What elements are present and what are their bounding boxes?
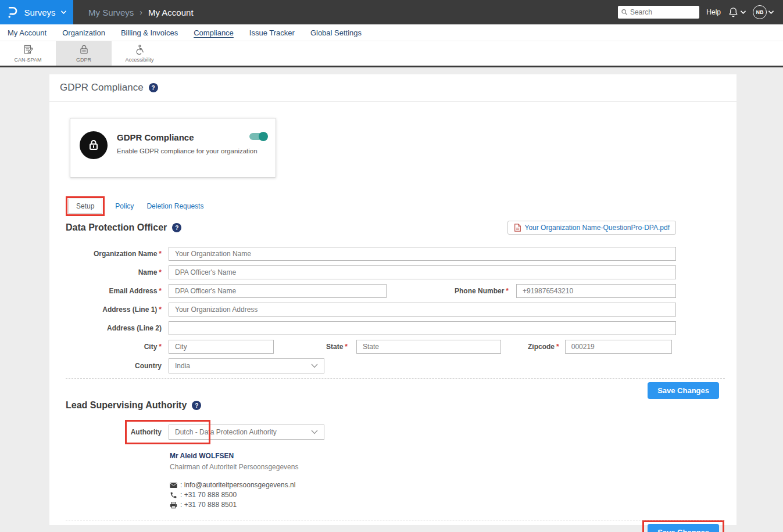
lsa-save-row: Save Changes xyxy=(66,524,725,532)
dpo-form: Organization Name* Name* Email Address* … xyxy=(66,247,676,373)
product-name: Surveys xyxy=(24,8,55,17)
product-switcher[interactable]: Surveys xyxy=(0,0,73,24)
zipcode-input[interactable] xyxy=(565,340,672,354)
dpo-heading-text: Data Protection Officer xyxy=(66,222,167,233)
phone-icon xyxy=(170,491,177,499)
account-nav-tabs: My Account Organization Billing & Invoic… xyxy=(0,24,783,41)
dpo-save-row: Save Changes xyxy=(66,382,725,399)
chevron-down-icon xyxy=(311,430,318,434)
envelope-icon xyxy=(170,481,177,489)
dpo-save-button[interactable]: Save Changes xyxy=(648,382,719,399)
avatar: NB xyxy=(753,5,767,19)
authority-contact-lines: : info@autoriteitpersoonsgegevens.nl : +… xyxy=(170,481,725,509)
authority-fax-text: : +31 70 888 8501 xyxy=(180,501,237,509)
breadcrumb: My Surveys › My Account xyxy=(88,8,194,17)
pdf-file-icon xyxy=(514,224,521,232)
chevron-down-icon xyxy=(311,364,318,368)
address2-input[interactable] xyxy=(169,321,676,335)
tab-setup-label: Setup xyxy=(76,202,94,210)
tab-my-account[interactable]: My Account xyxy=(8,28,47,37)
header-actions: Help NB xyxy=(618,5,783,19)
state-input[interactable] xyxy=(356,340,501,354)
subtab-label: GDPR xyxy=(76,57,91,63)
dpo-section: Data Protection Officer ? Your Organizat… xyxy=(49,221,736,399)
tab-compliance[interactable]: Compliance xyxy=(194,28,234,37)
subtab-label: CAN-SPAM xyxy=(15,57,42,63)
authority-phone-line: : +31 70 888 8500 xyxy=(170,491,725,499)
search-icon xyxy=(621,9,628,16)
lock-badge xyxy=(80,131,108,159)
phone-label: Phone Number* xyxy=(455,287,509,295)
dpa-pdf-button[interactable]: Your Organization Name-QuestionPro-DPA.p… xyxy=(507,221,676,235)
chevron-down-icon xyxy=(768,10,774,14)
tab-policy[interactable]: Policy xyxy=(115,202,134,210)
organization-name-input[interactable] xyxy=(169,247,676,261)
authority-fax-line: : +31 70 888 8501 xyxy=(170,501,725,509)
dpo-header-row: Data Protection Officer ? Your Organizat… xyxy=(66,221,725,235)
subtab-gdpr[interactable]: GDPR xyxy=(56,41,112,66)
page-title-row: GDPR Compliance ? xyxy=(49,74,736,102)
organization-name-label: Organization Name* xyxy=(66,250,162,258)
bell-icon xyxy=(728,6,739,18)
email-input[interactable] xyxy=(169,284,387,298)
notifications-button[interactable] xyxy=(728,6,746,18)
phone-input[interactable] xyxy=(516,284,676,298)
lsa-save-button[interactable]: Save Changes xyxy=(648,524,719,532)
dpa-pdf-label: Your Organization Name-QuestionPro-DPA.p… xyxy=(525,224,670,232)
state-label: State* xyxy=(326,343,348,351)
authority-contact-name: Mr Aleid WOLFSEN xyxy=(170,452,725,460)
search-input[interactable] xyxy=(630,8,696,16)
authority-contact-card: Mr Aleid WOLFSEN Chairman of Autoriteit … xyxy=(170,452,725,509)
chevron-down-icon xyxy=(61,10,66,14)
zipcode-label: Zipcode* xyxy=(528,343,559,351)
authority-select[interactable]: Dutch - Data Protection Authority xyxy=(169,425,324,440)
subtab-can-spam[interactable]: CAN-SPAM xyxy=(0,41,56,66)
subtab-label: Accessibility xyxy=(125,57,153,63)
top-header: Surveys My Surveys › My Account Help xyxy=(0,0,783,24)
email-label: Email Address* xyxy=(66,287,162,295)
breadcrumb-my-surveys[interactable]: My Surveys xyxy=(88,8,134,17)
name-input[interactable] xyxy=(169,265,676,279)
tab-issue-tracker[interactable]: Issue Tracker xyxy=(249,28,295,37)
form-row-address1: Address (Line 1)* xyxy=(66,303,676,317)
lock-icon xyxy=(78,44,90,55)
tab-global-settings[interactable]: Global Settings xyxy=(310,28,362,37)
help-link[interactable]: Help xyxy=(706,8,721,16)
dpo-help-icon[interactable]: ? xyxy=(172,223,181,232)
form-row-organization-name: Organization Name* xyxy=(66,247,676,261)
breadcrumb-my-account: My Account xyxy=(148,8,194,17)
country-select-value: India xyxy=(175,362,190,370)
name-label: Name* xyxy=(66,268,162,276)
address1-input[interactable] xyxy=(169,303,676,317)
tab-organization[interactable]: Organization xyxy=(62,28,105,37)
compliance-subtabs: CAN-SPAM GDPR Accessibility xyxy=(0,41,783,67)
address2-label: Address (Line 2) xyxy=(66,324,162,332)
gdpr-enable-card: GDPR Compliance Enable GDPR compliance f… xyxy=(70,118,276,178)
page-help-icon[interactable]: ? xyxy=(149,83,158,92)
lsa-help-icon[interactable]: ? xyxy=(192,401,201,410)
city-label: City* xyxy=(66,343,162,351)
form-row-name: Name* xyxy=(66,265,676,279)
fax-icon xyxy=(170,501,177,509)
tab-deletion-requests[interactable]: Deletion Requests xyxy=(146,202,203,210)
toggle-knob xyxy=(259,132,268,141)
gdpr-compliance-panel: GDPR Compliance ? GDPR Compliance Enable… xyxy=(49,74,736,525)
tab-billing-invoices[interactable]: Billing & Invoices xyxy=(121,28,178,37)
tab-setup[interactable]: Setup xyxy=(68,199,102,214)
search-box[interactable] xyxy=(618,6,699,19)
gdpr-inner-tabs: Setup Policy Deletion Requests xyxy=(68,199,736,214)
form-row-email-phone: Email Address* Phone Number* xyxy=(66,284,676,298)
section-divider xyxy=(66,378,725,379)
gdpr-toggle[interactable] xyxy=(249,133,267,140)
user-menu[interactable]: NB xyxy=(753,5,774,19)
lsa-heading: Lead Supervising Authority ? xyxy=(66,400,201,411)
questionpro-logo-icon xyxy=(7,6,19,19)
subtab-accessibility[interactable]: Accessibility xyxy=(112,41,167,66)
section-divider xyxy=(66,520,725,520)
city-input[interactable] xyxy=(169,340,274,354)
country-select[interactable]: India xyxy=(169,358,324,373)
form-row-city-state-zip: City* State* Zipcode* xyxy=(66,340,676,354)
wheelchair-icon xyxy=(134,44,145,55)
lsa-heading-text: Lead Supervising Authority xyxy=(66,400,187,411)
authority-email-text: : info@autoriteitpersoonsgegevens.nl xyxy=(180,481,295,489)
